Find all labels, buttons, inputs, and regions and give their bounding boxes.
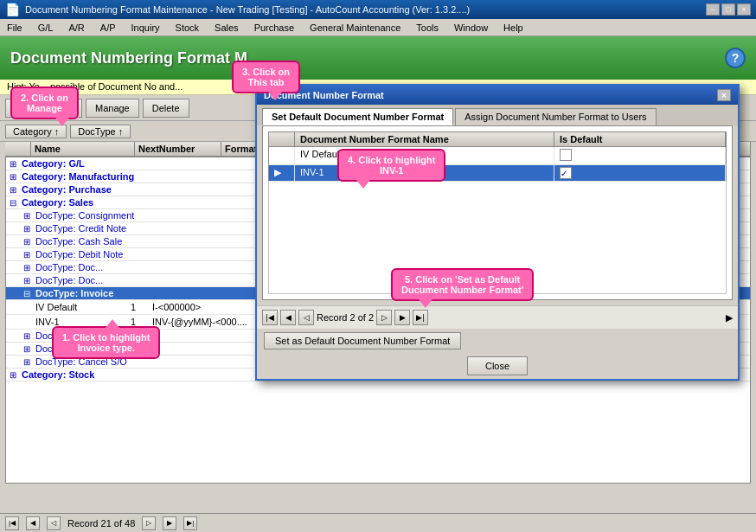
expand-quotation-icon[interactable]: ⊞ <box>23 331 30 341</box>
menu-tools[interactable]: Tools <box>413 22 442 34</box>
dialog: Document Number Format × Set Default Doc… <box>255 84 740 381</box>
dialog-body: Document Number Format Name Is Default I… <box>262 125 733 300</box>
expand-stock-icon[interactable]: ⊞ <box>10 370 16 380</box>
doctype-consignment-label: DocType: Consignment <box>35 210 134 221</box>
page-header: Document Numbering Format M... ? <box>0 36 756 80</box>
nav-prev2-btn[interactable]: ◁ <box>47 516 61 530</box>
dialog-row-ivdefault[interactable]: IV Default <box>268 147 727 165</box>
dialog-nav-next2[interactable]: ▷ <box>376 310 392 325</box>
row-num: 1 <box>127 315 149 329</box>
maximize-btn[interactable]: □ <box>721 3 735 16</box>
manage-button[interactable]: Manage <box>86 99 139 118</box>
dialog-nav-last[interactable]: ▶| <box>413 310 428 325</box>
inv1-default-checkbox[interactable] <box>560 167 572 179</box>
menu-bar: File G/L A/R A/P Inquiry Stock Sales Pur… <box>0 19 756 36</box>
dialog-row-inv1[interactable]: ▶ INV-1 <box>268 165 727 182</box>
category-sort-btn[interactable]: Category ↑ <box>5 125 67 138</box>
iv-default-checkbox[interactable] <box>560 149 572 161</box>
expand-sales-icon[interactable]: ⊟ <box>10 198 16 208</box>
doctype-quotation-label: DocType: Quotation <box>35 330 119 341</box>
col-nextnumber: NextNumber <box>135 142 221 156</box>
tab-assign-users[interactable]: Assign Document Number Format to Users <box>455 108 656 125</box>
doctype-debitnote-label: DocType: Debit Note <box>35 249 124 260</box>
nav-prev-btn[interactable]: ◀ <box>26 516 40 530</box>
nav-next2-btn[interactable]: ▷ <box>142 516 156 530</box>
title-bar: 📄 Document Numbering Format Maintenance … <box>0 0 756 19</box>
expand-extra1-icon[interactable]: ⊞ <box>23 263 30 272</box>
row-num: 1 <box>127 300 149 314</box>
dialog-scrollbar-right[interactable]: ▶ <box>726 312 733 324</box>
menu-stock[interactable]: Stock <box>172 22 203 34</box>
expand-cancelso-icon[interactable]: ⊞ <box>23 357 30 367</box>
help-button[interactable]: ? <box>725 48 746 68</box>
window-controls: − □ × <box>706 3 751 16</box>
dialog-col-name: Document Number Format Name <box>295 132 554 146</box>
dialog-empty-space <box>268 182 727 294</box>
menu-purchase[interactable]: Purchase <box>251 22 298 34</box>
dialog-nav-prev[interactable]: ◀ <box>280 310 296 325</box>
col-expand <box>5 142 31 156</box>
doctype-cancelso-label: DocType: Cancel S/O <box>35 356 127 367</box>
dialog-col-default: Is Default <box>554 132 726 146</box>
expand-extra2-icon[interactable]: ⊞ <box>23 276 30 285</box>
menu-gl[interactable]: G/L <box>35 22 57 34</box>
doctype-extra2-label: DocType: Doc... <box>35 275 103 285</box>
nav-first-btn[interactable]: |◀ <box>5 516 19 530</box>
menu-ap[interactable]: A/P <box>97 22 119 34</box>
dialog-close-button[interactable]: Close <box>467 356 528 375</box>
dialog-row-name-selected: INV-1 <box>295 165 554 181</box>
menu-sales[interactable]: Sales <box>211 22 242 34</box>
expand-consignment-icon[interactable]: ⊞ <box>23 211 30 221</box>
dialog-row-checkbox <box>554 147 726 164</box>
col-name: Name <box>31 142 135 156</box>
cat-sales-label: Category: Sales <box>22 197 93 208</box>
menu-inquiry[interactable]: Inquiry <box>128 22 163 34</box>
doctype-cashsale-label: DocType: Cash Sale <box>35 236 122 247</box>
new-button[interactable]: New <box>5 99 43 118</box>
dialog-nav-prev2[interactable]: ◁ <box>298 310 314 325</box>
expand-cashsale-icon[interactable]: ⊞ <box>23 237 30 247</box>
main-content: Document Numbering Format M... ? Hint: Y… <box>0 36 756 532</box>
cat-mfg-label: Category: Manufacturing <box>22 171 134 182</box>
dialog-table-header: Document Number Format Name Is Default <box>268 131 727 147</box>
expand-debitnote-icon[interactable]: ⊞ <box>23 250 30 260</box>
cat-gl-label: Category: G/L <box>22 158 85 169</box>
menu-file[interactable]: File <box>3 22 26 34</box>
app-icon: 📄 <box>5 3 20 16</box>
doctype-creditnote-label: DocType: Credit Note <box>35 223 126 234</box>
expand-mfg-icon[interactable]: ⊞ <box>10 172 16 182</box>
edit-button[interactable]: Edit <box>47 99 82 118</box>
dialog-col-marker <box>269 132 295 146</box>
dialog-title-text: Document Number Format <box>264 90 384 100</box>
nav-last-btn[interactable]: ▶| <box>183 516 197 530</box>
dialog-action-area: Set as Default Document Number Format <box>257 329 738 353</box>
expand-invoice-icon[interactable]: ⊟ <box>23 289 30 298</box>
doctype-salesorder-label: DocType: Sales Order <box>35 343 129 354</box>
expand-purchase-icon[interactable]: ⊞ <box>10 185 16 195</box>
delete-button[interactable]: Delete <box>143 99 189 118</box>
cat-purchase-label: Category: Purchase <box>22 184 112 195</box>
dialog-close-btn[interactable]: × <box>717 89 731 101</box>
set-default-btn[interactable]: Set as Default Document Number Format <box>264 332 461 349</box>
close-window-btn[interactable]: × <box>737 3 751 16</box>
dialog-title-bar: Document Number Format × <box>257 86 738 105</box>
tab-set-default[interactable]: Set Default Document Number Format <box>262 108 453 125</box>
minimize-btn[interactable]: − <box>706 3 720 16</box>
dialog-row-marker-selected: ▶ <box>269 165 295 181</box>
row-expand <box>6 315 32 329</box>
menu-help[interactable]: Help <box>500 22 527 34</box>
menu-ar[interactable]: A/R <box>65 22 87 34</box>
dialog-nav-first[interactable]: |◀ <box>262 310 278 325</box>
expand-creditnote-icon[interactable]: ⊞ <box>23 224 30 234</box>
menu-window[interactable]: Window <box>451 22 491 34</box>
dialog-nav-next[interactable]: ▶ <box>394 310 410 325</box>
menu-general-maintenance[interactable]: General Maintenance <box>306 22 404 34</box>
expand-gl-icon[interactable]: ⊞ <box>10 159 16 169</box>
nav-next-btn[interactable]: ▶ <box>163 516 176 530</box>
expand-salesorder-icon[interactable]: ⊞ <box>23 344 30 354</box>
dialog-row-marker <box>269 147 295 164</box>
row-expand <box>6 300 32 314</box>
dialog-tabs: Set Default Document Number Format Assig… <box>257 105 738 125</box>
doctype-sort-btn[interactable]: DocType ↑ <box>70 125 131 138</box>
dialog-footer: Close <box>257 353 738 379</box>
